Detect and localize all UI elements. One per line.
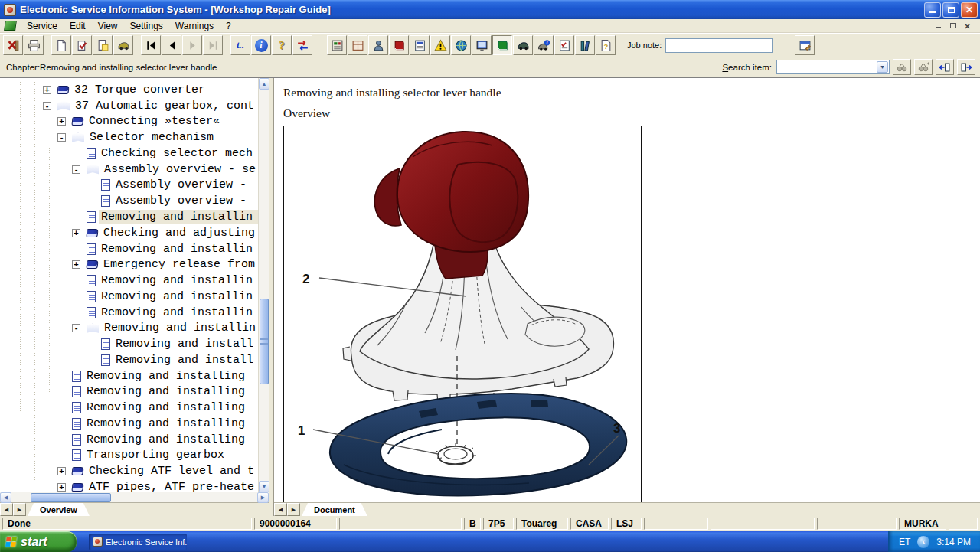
mdi-minimize-button[interactable] xyxy=(932,21,945,31)
expand-icon[interactable]: + xyxy=(43,86,51,94)
exit-button[interactable] xyxy=(3,35,23,55)
expand-icon[interactable]: + xyxy=(72,229,80,237)
search-input[interactable] xyxy=(777,62,877,73)
workshop-manual-button[interactable] xyxy=(327,35,347,55)
collapse-icon[interactable]: - xyxy=(72,165,80,174)
expand-icon[interactable]: + xyxy=(57,117,66,126)
find-button[interactable] xyxy=(893,59,911,75)
checklist-button[interactable] xyxy=(554,35,574,55)
tree-item[interactable]: Removing and installing xyxy=(0,416,269,432)
expand-icon[interactable]: + xyxy=(57,467,66,475)
tab-scroll-left-button[interactable] xyxy=(0,503,13,516)
tree-item[interactable]: Removing and installin xyxy=(0,289,269,305)
expand-icon[interactable]: + xyxy=(57,483,66,492)
vehicle-info-button[interactable]: i xyxy=(534,35,554,55)
mdi-close-button[interactable] xyxy=(961,21,974,31)
menu-service[interactable]: Service xyxy=(21,20,64,32)
scroll-right-button[interactable] xyxy=(257,492,269,503)
mdi-restore-button[interactable] xyxy=(946,21,959,31)
tree-item[interactable]: Removing and installin xyxy=(0,241,269,257)
swap-windows-button[interactable] xyxy=(292,35,312,55)
job-note-input[interactable] xyxy=(665,38,773,53)
tree-item[interactable]: +Connecting »tester« xyxy=(0,114,269,130)
tree-item[interactable]: Checking selector mech xyxy=(0,145,269,162)
hidden-icons-chevron-icon[interactable] xyxy=(917,536,929,548)
collapse-icon[interactable]: - xyxy=(57,133,66,142)
new-document-button[interactable] xyxy=(51,35,71,55)
taskbar-task-button[interactable]: Electronic Service Inf... xyxy=(89,534,187,550)
tree-item[interactable]: Removing and installing xyxy=(0,432,269,448)
tree-item-selected[interactable]: Removing and installin xyxy=(0,209,269,225)
globe-button[interactable] xyxy=(451,35,471,55)
restore-button[interactable] xyxy=(942,2,959,18)
info-button[interactable] xyxy=(251,35,271,55)
vehicle-dark-button[interactable] xyxy=(513,35,533,55)
tree-item[interactable]: -37 Automatic gearbox, cont xyxy=(0,98,269,114)
tree-item[interactable]: Assembly overview - xyxy=(0,193,269,209)
minimize-button[interactable] xyxy=(924,2,941,18)
menu-warnings[interactable]: Warnings xyxy=(169,20,220,32)
document-list-button[interactable] xyxy=(410,35,430,55)
goto-next-button[interactable] xyxy=(957,59,975,75)
collapse-icon[interactable]: - xyxy=(72,324,80,332)
vertical-scrollbar-thumb[interactable] xyxy=(260,299,269,384)
tree-item[interactable]: +Checking and adjusting xyxy=(0,225,269,241)
tree-item[interactable]: -Assembly overview - se xyxy=(0,162,269,178)
menu-edit[interactable]: Edit xyxy=(64,20,92,32)
collapse-icon[interactable]: - xyxy=(43,102,51,110)
tree-item[interactable]: +32 Torque converter xyxy=(0,82,269,98)
doc-tab-scroll-left-button[interactable] xyxy=(274,503,287,516)
tree-item[interactable]: Removing and install xyxy=(0,336,269,352)
nav-forward-button[interactable] xyxy=(182,35,202,55)
window-table-button[interactable] xyxy=(348,35,368,55)
scroll-down-button[interactable] xyxy=(259,481,269,492)
goto-previous-button[interactable] xyxy=(936,59,954,75)
doc-tab-scroll-right-button[interactable] xyxy=(287,503,300,516)
close-button[interactable] xyxy=(961,2,978,18)
tree-horizontal-scrollbar[interactable] xyxy=(0,492,269,502)
tab-overview[interactable]: Overview xyxy=(28,503,90,516)
nav-back-button[interactable] xyxy=(162,35,181,55)
tree-item[interactable]: +Checking ATF level and t xyxy=(0,463,269,479)
document-note-button[interactable] xyxy=(93,35,113,55)
bookshelf-button[interactable] xyxy=(575,35,595,55)
tree-item[interactable]: Removing and installing xyxy=(0,400,269,416)
tree-item[interactable]: -Removing and installin xyxy=(0,320,269,336)
tree-item[interactable]: Removing and installin xyxy=(0,305,269,321)
expand-icon[interactable]: + xyxy=(72,260,80,269)
document-edit-button[interactable] xyxy=(72,35,92,55)
menu-help[interactable]: ? xyxy=(220,20,237,32)
vehicle-button[interactable] xyxy=(113,35,133,55)
t-navigation-button[interactable] xyxy=(230,35,250,55)
warning-button[interactable] xyxy=(430,35,450,55)
tree-item[interactable]: Transporting gearbox xyxy=(0,448,269,464)
red-book-button[interactable] xyxy=(389,35,409,55)
search-item-combobox[interactable] xyxy=(776,60,890,74)
tree-item[interactable]: Removing and installing xyxy=(0,384,269,400)
tab-scroll-right-button[interactable] xyxy=(13,503,26,516)
tree-vertical-scrollbar[interactable] xyxy=(258,78,269,492)
nav-first-button[interactable] xyxy=(141,35,161,55)
start-button[interactable]: start xyxy=(0,531,77,552)
tree-item[interactable]: -Selector mechanism xyxy=(0,129,269,145)
tree-item[interactable]: +ATF pipes, ATF pre-heate xyxy=(0,479,269,492)
nav-last-button[interactable] xyxy=(203,35,223,55)
screen-button[interactable] xyxy=(472,35,492,55)
tree-item[interactable]: Removing and installin xyxy=(0,273,269,289)
green-manual-button[interactable] xyxy=(492,35,512,55)
tree-item[interactable]: Assembly overview - xyxy=(0,178,269,194)
tab-document[interactable]: Document xyxy=(302,503,368,516)
customer-button[interactable] xyxy=(368,35,388,55)
tree-view[interactable]: +32 Torque converter-37 Automatic gearbo… xyxy=(0,78,269,492)
horizontal-scrollbar-thumb[interactable] xyxy=(31,493,111,502)
document-content[interactable]: Removing and installing selector lever h… xyxy=(274,78,980,502)
chevron-down-icon[interactable] xyxy=(877,61,888,73)
menu-settings[interactable]: Settings xyxy=(124,20,169,32)
print-button[interactable] xyxy=(24,35,44,55)
scroll-left-button[interactable] xyxy=(0,492,11,503)
tree-item[interactable]: Removing and installing xyxy=(0,368,269,384)
tree-item[interactable]: +Emergency release from xyxy=(0,256,269,273)
find-next-button[interactable] xyxy=(914,59,933,75)
scroll-up-button[interactable] xyxy=(259,78,269,90)
language-indicator[interactable]: ET xyxy=(899,537,910,547)
